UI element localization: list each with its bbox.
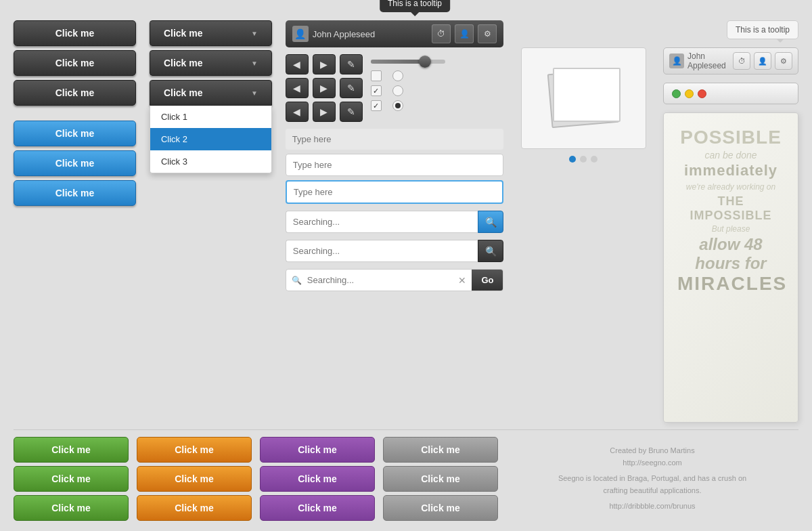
next-btn-2[interactable]: ▶ bbox=[313, 78, 336, 98]
col-orange-buttons: Click me Click me Click me bbox=[137, 437, 252, 521]
gray-btn-1[interactable]: Click me bbox=[383, 437, 498, 463]
carousel-dot-2[interactable] bbox=[580, 156, 587, 163]
search-btn-blue[interactable]: 🔍 bbox=[478, 211, 503, 233]
chevron-down-icon: ▼ bbox=[251, 30, 258, 37]
macos-avatar: 👤 bbox=[669, 54, 684, 68]
dropdown-btn-2[interactable]: Click me ▼ bbox=[150, 50, 272, 76]
clock-btn[interactable]: ⏱ bbox=[432, 24, 451, 43]
next-btn-1[interactable]: ▶ bbox=[313, 54, 336, 75]
edit-btn-1[interactable]: ✎ bbox=[340, 54, 363, 75]
blue-btn-1[interactable]: Click me bbox=[14, 121, 136, 146]
image-stack bbox=[539, 64, 627, 132]
chevron-down-icon: ▼ bbox=[251, 89, 258, 97]
clear-icon[interactable]: ✕ bbox=[453, 275, 472, 286]
macos-user-name: John Appleseed bbox=[687, 51, 729, 70]
macos-title-bar bbox=[663, 83, 798, 104]
traffic-light-red[interactable] bbox=[698, 89, 706, 98]
tooltip-light: This is a tooltip bbox=[727, 20, 798, 39]
slider-thumb[interactable] bbox=[419, 56, 431, 68]
credits: Created by Bruno Martins http://seegno.c… bbox=[506, 437, 798, 521]
blue-btn-3[interactable]: Click me bbox=[14, 180, 136, 206]
quote-line-7: allow 48 hours for bbox=[677, 235, 784, 273]
green-btn-1[interactable]: Click me bbox=[14, 437, 129, 463]
avatar: 👤 bbox=[292, 26, 309, 42]
gear-btn[interactable]: ⚙ bbox=[478, 24, 497, 43]
nav-row-3: ◀ ▶ ✎ bbox=[286, 102, 363, 122]
blue-btn-2[interactable]: Click me bbox=[14, 150, 136, 176]
orange-btn-2[interactable]: Click me bbox=[137, 466, 252, 492]
search-row-2: 🔍 bbox=[286, 240, 504, 262]
quote-line-2: can be done bbox=[677, 150, 784, 161]
search-input-2[interactable] bbox=[286, 240, 478, 262]
checkbox-unchecked-1[interactable] bbox=[371, 70, 382, 81]
quote-line-4: we're already working on bbox=[677, 182, 784, 192]
dropdown-btn-1[interactable]: Click me ▼ bbox=[150, 20, 272, 46]
input-bordered[interactable] bbox=[286, 154, 504, 176]
checkbox-checked-1[interactable] bbox=[371, 85, 382, 96]
search-input-1[interactable] bbox=[286, 211, 478, 233]
purple-btn-1[interactable]: Click me bbox=[260, 437, 375, 463]
carousel-img-front bbox=[553, 68, 621, 122]
prev-btn-1[interactable]: ◀ bbox=[286, 54, 309, 75]
edit-btn-3[interactable]: ✎ bbox=[340, 102, 363, 122]
tooltip-dark: This is a tooltip bbox=[380, 0, 450, 12]
radio-unchecked-2[interactable] bbox=[392, 85, 403, 96]
quote-card: POSSIBLE can be done immediately we're a… bbox=[663, 112, 798, 423]
input-blue-bordered[interactable] bbox=[286, 180, 504, 204]
green-btn-3[interactable]: Click me bbox=[14, 495, 129, 521]
dark-btn-1[interactable]: Click me bbox=[14, 20, 136, 46]
user-name: John Appleseed bbox=[313, 29, 428, 39]
dropdown-btn-3[interactable]: Click me ▼ bbox=[150, 80, 272, 106]
carousel-dot-3[interactable] bbox=[591, 156, 597, 163]
dropdown-item-1[interactable]: Click 1 bbox=[150, 106, 271, 128]
main-container: Click me Click me Click me Click me Clic… bbox=[0, 0, 812, 531]
gray-btn-2[interactable]: Click me bbox=[383, 466, 498, 492]
search-icon: 🔍 bbox=[286, 276, 307, 285]
green-btn-2[interactable]: Click me bbox=[14, 466, 129, 492]
checkbox-checked-2[interactable] bbox=[371, 100, 382, 111]
dropdown-item-3[interactable]: Click 3 bbox=[150, 150, 271, 173]
search-btn-dark[interactable]: 🔍 bbox=[478, 240, 503, 262]
radio-checked-1[interactable] bbox=[392, 100, 403, 111]
quote-line-8: MIRACLES bbox=[677, 273, 784, 295]
search-row-1: 🔍 bbox=[286, 211, 504, 233]
prev-btn-3[interactable]: ◀ bbox=[286, 102, 309, 122]
slider[interactable] bbox=[371, 60, 445, 64]
carousel-dot-1[interactable] bbox=[569, 156, 576, 163]
orange-btn-1[interactable]: Click me bbox=[137, 437, 252, 463]
dark-btn-2[interactable]: Click me bbox=[14, 50, 136, 76]
purple-btn-2[interactable]: Click me bbox=[260, 466, 375, 492]
next-btn-3[interactable]: ▶ bbox=[313, 102, 336, 122]
input-flat[interactable] bbox=[286, 129, 504, 150]
orange-btn-3[interactable]: Click me bbox=[137, 495, 252, 521]
radio-unchecked-1[interactable] bbox=[392, 70, 403, 81]
search-input-go[interactable] bbox=[307, 270, 453, 291]
macos-user-btn[interactable]: 👤 bbox=[754, 52, 771, 70]
credits-line-3: Seegno is located in Braga, Portugal, an… bbox=[558, 473, 746, 485]
go-button[interactable]: Go bbox=[472, 270, 503, 291]
dark-btn-3[interactable]: Click me bbox=[14, 80, 136, 106]
dropdown-menu: Click 1 Click 2 Click 3 bbox=[150, 106, 272, 173]
quote-line-5: THE IMPOSSIBLE bbox=[677, 194, 784, 223]
gray-btn-3[interactable]: Click me bbox=[383, 495, 498, 521]
col-controls: This is a tooltip 👤 John Appleseed ⏱ 👤 ⚙… bbox=[286, 14, 504, 423]
carousel-dots bbox=[569, 156, 597, 163]
credits-line-1: Created by Bruno Martins bbox=[610, 445, 694, 457]
carousel-box bbox=[521, 47, 646, 149]
user-btn[interactable]: 👤 bbox=[455, 24, 474, 43]
purple-btn-3[interactable]: Click me bbox=[260, 495, 375, 521]
macos-clock-btn[interactable]: ⏱ bbox=[733, 52, 750, 70]
traffic-light-yellow[interactable] bbox=[685, 89, 694, 98]
edit-btn-2[interactable]: ✎ bbox=[340, 78, 363, 98]
quote-line-1: POSSIBLE bbox=[677, 127, 784, 148]
search-row-go: 🔍 ✕ Go bbox=[286, 269, 504, 291]
bottom-section: Click me Click me Click me Click me Clic… bbox=[0, 430, 812, 531]
chevron-down-icon: ▼ bbox=[251, 60, 258, 67]
macos-gear-btn[interactable]: ⚙ bbox=[775, 52, 792, 70]
prev-btn-2[interactable]: ◀ bbox=[286, 78, 309, 98]
quote-line-3: immediately bbox=[677, 162, 784, 179]
dropdown-item-2[interactable]: Click 2 bbox=[150, 128, 271, 150]
top-section: Click me Click me Click me Click me Clic… bbox=[0, 0, 812, 429]
col-carousel bbox=[517, 14, 650, 423]
traffic-light-green[interactable] bbox=[672, 89, 681, 98]
